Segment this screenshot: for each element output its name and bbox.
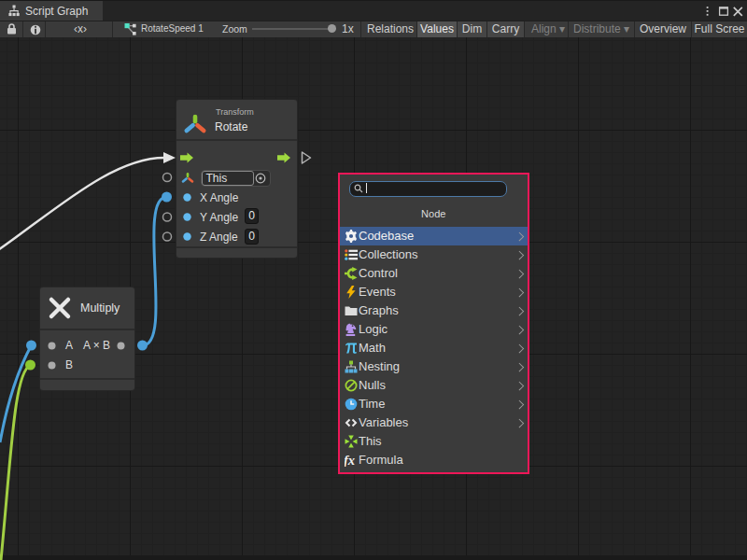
svg-text:fx: fx bbox=[345, 454, 355, 467]
